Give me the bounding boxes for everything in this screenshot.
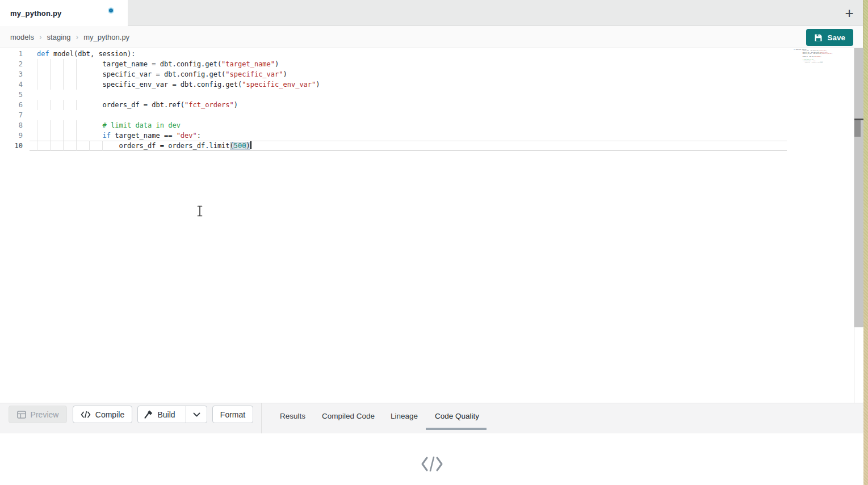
toolbar-divider xyxy=(261,403,262,433)
tab-code-quality[interactable]: Code Quality xyxy=(435,412,479,420)
tab-lineage[interactable]: Lineage xyxy=(391,412,418,420)
chevron-right-icon: › xyxy=(76,32,79,41)
new-tab-button[interactable]: + xyxy=(840,4,858,22)
build-split-button: Build xyxy=(137,406,207,423)
save-button-label: Save xyxy=(827,33,845,42)
breadcrumb-models[interactable]: models xyxy=(10,33,34,41)
format-button-label: Format xyxy=(220,410,245,419)
code-line[interactable]: 1def model(dbt, session): xyxy=(0,49,863,59)
code-line[interactable]: 10 orders_df = orders_df.limit(500) xyxy=(0,141,863,151)
code-line[interactable]: 6 orders_df = dbt.ref("fct_orders") xyxy=(0,100,863,110)
unsaved-changes-dot-icon xyxy=(109,9,113,12)
build-button[interactable]: Build xyxy=(138,406,181,423)
code-line[interactable]: 2 target_name = dbt.config.get("target_n… xyxy=(0,59,863,69)
format-button[interactable]: Format xyxy=(212,406,253,423)
line-number: 10 xyxy=(0,141,23,151)
plus-icon: + xyxy=(845,6,853,20)
tab-results[interactable]: Results xyxy=(280,412,305,420)
line-number: 4 xyxy=(0,79,23,90)
code-text: orders_df = dbt.ref("fct_orders") xyxy=(37,100,238,110)
file-tab-my-python[interactable]: my_python.py xyxy=(0,0,128,26)
code-icon xyxy=(421,456,443,472)
table-icon xyxy=(17,411,26,419)
line-number: 1 xyxy=(0,49,23,59)
line-number: 5 xyxy=(0,90,23,100)
code-line[interactable]: 9 if target_name == "dev": xyxy=(0,130,863,141)
preview-button-label: Preview xyxy=(31,410,59,419)
chevron-down-icon xyxy=(193,412,200,417)
save-icon xyxy=(814,33,823,42)
line-number: 7 xyxy=(0,110,23,120)
code-text: specific_env_var = dbt.config.get("speci… xyxy=(37,79,320,90)
minimap[interactable]: def model(dbt, session): target_name = d… xyxy=(794,49,854,88)
code-lines: 1def model(dbt, session):2 target_name =… xyxy=(0,49,863,151)
code-text: specific_var = dbt.config.get("specific_… xyxy=(37,69,287,79)
save-button[interactable]: Save xyxy=(806,29,853,46)
active-tab-underline xyxy=(426,428,487,430)
breadcrumb-staging[interactable]: staging xyxy=(47,33,71,41)
hammer-icon xyxy=(144,410,153,419)
line-number: 9 xyxy=(0,130,23,141)
code-line[interactable]: 4 specific_env_var = dbt.config.get("spe… xyxy=(0,79,863,90)
compile-button-label: Compile xyxy=(95,410,124,419)
code-line[interactable]: 3 specific_var = dbt.config.get("specifi… xyxy=(0,69,863,79)
editor-scrollbar xyxy=(854,48,863,403)
line-number: 8 xyxy=(0,120,23,130)
bottom-toolbar: Preview Compile Build xyxy=(0,403,863,433)
tab-strip: my_python.py + xyxy=(0,0,863,26)
file-tab-title: my_python.py xyxy=(10,9,62,18)
code-text: def model(dbt, session): xyxy=(37,49,135,59)
results-panel xyxy=(0,433,863,485)
text-caret xyxy=(250,141,251,149)
line-number: 3 xyxy=(0,69,23,79)
breadcrumb: models › staging › my_python.py xyxy=(0,26,863,48)
code-editor[interactable]: 1def model(dbt, session):2 target_name =… xyxy=(0,48,863,403)
breadcrumb-bar: models › staging › my_python.py Save xyxy=(0,26,863,48)
code-text: target_name = dbt.config.get("target_nam… xyxy=(37,59,279,69)
build-button-label: Build xyxy=(157,410,175,419)
breadcrumb-file[interactable]: my_python.py xyxy=(83,33,129,41)
build-options-button[interactable] xyxy=(186,406,207,423)
scrollbar-track[interactable] xyxy=(854,48,863,327)
minimap-content: def model(dbt, session): target_name = d… xyxy=(794,49,854,63)
line-number: 2 xyxy=(0,59,23,69)
code-text: if target_name == "dev": xyxy=(37,130,201,141)
code-line[interactable]: 8 # limit data in dev xyxy=(0,120,863,130)
ide-window: my_python.py + models › staging › my_pyt… xyxy=(0,0,863,485)
preview-button[interactable]: Preview xyxy=(9,406,67,423)
tab-compiled-code[interactable]: Compiled Code xyxy=(322,412,375,420)
scrollbar-thumb[interactable] xyxy=(854,120,861,137)
code-text: orders_df = orders_df.limit(500) xyxy=(37,141,251,151)
line-number: 6 xyxy=(0,100,23,110)
code-icon xyxy=(81,411,91,418)
code-line[interactable]: 7 xyxy=(0,110,863,120)
code-text: # limit data in dev xyxy=(37,120,181,130)
chevron-right-icon: › xyxy=(39,32,42,41)
compile-button[interactable]: Compile xyxy=(73,406,132,423)
code-line[interactable]: 5 xyxy=(0,90,863,100)
